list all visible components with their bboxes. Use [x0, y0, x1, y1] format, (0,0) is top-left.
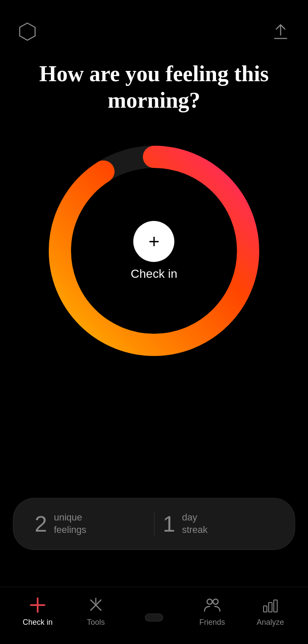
tools-nav-icon: [86, 596, 105, 615]
friends-nav-label: Friends: [199, 618, 225, 627]
ring-container: + Check in: [0, 140, 308, 362]
nav-item-home[interactable]: [125, 608, 183, 627]
title-section: How are you feeling this morning?: [0, 52, 308, 114]
top-bar: [0, 0, 308, 52]
analyze-nav-icon: [261, 596, 280, 615]
check-in-center-label: Check in: [131, 267, 178, 281]
svg-rect-8: [145, 614, 163, 621]
svg-point-10: [213, 599, 218, 604]
checkin-nav-icon: [28, 596, 47, 615]
svg-point-9: [207, 599, 212, 604]
plus-nav-icon: [30, 597, 45, 613]
feelings-stat: 2 uniquefeelings: [35, 511, 145, 537]
stat-divider: [154, 511, 154, 537]
streak-label: daystreak: [182, 512, 207, 536]
nav-item-friends[interactable]: Friends: [183, 596, 241, 627]
share-icon[interactable]: [270, 21, 291, 44]
check-in-button[interactable]: +: [133, 221, 175, 262]
svg-marker-0: [20, 23, 35, 40]
nav-item-tools[interactable]: Tools: [67, 596, 125, 627]
friends-nav-icon: [203, 596, 222, 615]
nav-item-checkin[interactable]: Check in: [9, 596, 67, 627]
tools-nav-label: Tools: [87, 618, 105, 627]
svg-rect-13: [274, 600, 277, 612]
svg-rect-11: [264, 606, 267, 612]
bottom-nav: Check in Tools: [0, 587, 308, 644]
stats-container: 2 uniquefeelings 1 daystreak: [13, 498, 295, 550]
analyze-nav-label: Analyze: [257, 618, 284, 627]
settings-icon[interactable]: [17, 21, 38, 44]
nav-item-analyze[interactable]: Analyze: [241, 596, 299, 627]
feelings-count: 2: [35, 511, 47, 537]
check-in-center[interactable]: + Check in: [131, 221, 178, 281]
svg-rect-12: [269, 603, 272, 612]
home-pill-icon: [145, 608, 163, 627]
streak-count: 1: [163, 511, 175, 537]
feelings-label: uniquefeelings: [54, 512, 86, 536]
plus-icon: +: [148, 232, 160, 251]
checkin-nav-label: Check in: [23, 618, 53, 627]
stats-pill: 2 uniquefeelings 1 daystreak: [13, 498, 295, 550]
streak-stat: 1 daystreak: [163, 511, 274, 537]
mood-ring: + Check in: [43, 140, 265, 362]
page-title: How are you feeling this morning?: [26, 61, 282, 114]
